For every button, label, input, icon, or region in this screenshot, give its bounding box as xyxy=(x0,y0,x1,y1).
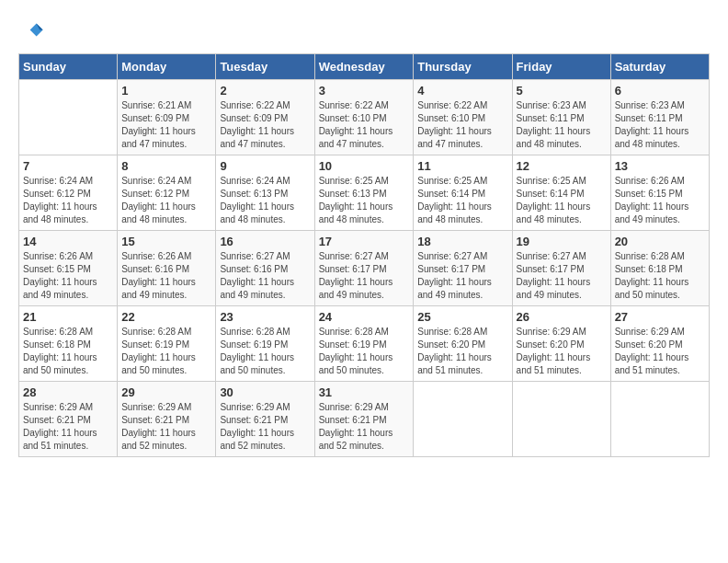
day-number: 9 xyxy=(220,159,310,173)
day-number: 12 xyxy=(517,159,607,173)
day-number: 20 xyxy=(615,235,705,248)
day-number: 7 xyxy=(23,159,113,173)
day-cell: 18Sunrise: 6:27 AM Sunset: 6:17 PM Dayli… xyxy=(414,231,512,306)
day-info: Sunrise: 6:26 AM Sunset: 6:15 PM Dayligh… xyxy=(23,250,113,302)
day-info: Sunrise: 6:29 AM Sunset: 6:20 PM Dayligh… xyxy=(517,326,607,377)
day-info: Sunrise: 6:25 AM Sunset: 6:13 PM Dayligh… xyxy=(319,175,410,226)
day-info: Sunrise: 6:21 AM Sunset: 6:09 PM Dayligh… xyxy=(121,99,211,151)
header-cell-wednesday: Wednesday xyxy=(314,54,414,80)
day-number: 2 xyxy=(220,84,310,98)
day-info: Sunrise: 6:25 AM Sunset: 6:14 PM Dayligh… xyxy=(417,175,507,226)
day-number: 21 xyxy=(23,310,113,324)
day-number: 22 xyxy=(121,310,211,324)
day-cell: 22Sunrise: 6:28 AM Sunset: 6:19 PM Dayli… xyxy=(118,306,216,382)
day-cell: 24Sunrise: 6:28 AM Sunset: 6:19 PM Dayli… xyxy=(314,306,414,382)
day-info: Sunrise: 6:25 AM Sunset: 6:14 PM Dayligh… xyxy=(517,175,607,226)
day-number: 26 xyxy=(517,310,607,324)
day-info: Sunrise: 6:24 AM Sunset: 6:13 PM Dayligh… xyxy=(220,175,310,226)
day-number: 14 xyxy=(23,235,113,248)
day-number: 3 xyxy=(319,84,410,98)
day-cell: 20Sunrise: 6:28 AM Sunset: 6:18 PM Dayli… xyxy=(610,231,709,306)
day-cell: 11Sunrise: 6:25 AM Sunset: 6:14 PM Dayli… xyxy=(414,155,512,231)
header-cell-friday: Friday xyxy=(512,54,610,80)
day-cell xyxy=(19,80,118,155)
day-number: 19 xyxy=(517,235,607,248)
day-number: 5 xyxy=(517,84,607,98)
day-cell: 31Sunrise: 6:29 AM Sunset: 6:21 PM Dayli… xyxy=(314,382,414,457)
week-row-3: 14Sunrise: 6:26 AM Sunset: 6:15 PM Dayli… xyxy=(19,231,710,306)
day-cell: 12Sunrise: 6:25 AM Sunset: 6:14 PM Dayli… xyxy=(512,155,610,231)
header-cell-saturday: Saturday xyxy=(610,54,709,80)
day-cell: 30Sunrise: 6:29 AM Sunset: 6:21 PM Dayli… xyxy=(216,382,314,457)
header-cell-tuesday: Tuesday xyxy=(216,54,314,80)
day-cell: 10Sunrise: 6:25 AM Sunset: 6:13 PM Dayli… xyxy=(314,155,414,231)
day-cell xyxy=(610,382,709,457)
day-info: Sunrise: 6:28 AM Sunset: 6:19 PM Dayligh… xyxy=(220,326,310,377)
day-cell: 15Sunrise: 6:26 AM Sunset: 6:16 PM Dayli… xyxy=(118,231,216,306)
day-info: Sunrise: 6:27 AM Sunset: 6:17 PM Dayligh… xyxy=(417,250,507,302)
header-cell-sunday: Sunday xyxy=(19,54,118,80)
day-number: 17 xyxy=(319,235,410,248)
day-info: Sunrise: 6:27 AM Sunset: 6:17 PM Dayligh… xyxy=(517,250,607,302)
day-number: 25 xyxy=(417,310,507,324)
day-cell: 1Sunrise: 6:21 AM Sunset: 6:09 PM Daylig… xyxy=(118,80,216,155)
calendar-header: SundayMondayTuesdayWednesdayThursdayFrid… xyxy=(19,54,710,80)
day-info: Sunrise: 6:22 AM Sunset: 6:09 PM Dayligh… xyxy=(220,99,310,151)
day-number: 27 xyxy=(615,310,705,324)
day-info: Sunrise: 6:24 AM Sunset: 6:12 PM Dayligh… xyxy=(121,175,211,226)
calendar-body: 1Sunrise: 6:21 AM Sunset: 6:09 PM Daylig… xyxy=(19,80,710,457)
header-cell-thursday: Thursday xyxy=(414,54,512,80)
day-number: 29 xyxy=(121,385,211,399)
day-info: Sunrise: 6:28 AM Sunset: 6:18 PM Dayligh… xyxy=(615,250,705,302)
day-cell: 17Sunrise: 6:27 AM Sunset: 6:17 PM Dayli… xyxy=(314,231,414,306)
day-info: Sunrise: 6:26 AM Sunset: 6:16 PM Dayligh… xyxy=(121,250,211,302)
day-info: Sunrise: 6:29 AM Sunset: 6:21 PM Dayligh… xyxy=(121,401,211,453)
day-cell: 2Sunrise: 6:22 AM Sunset: 6:09 PM Daylig… xyxy=(216,80,314,155)
day-cell: 14Sunrise: 6:26 AM Sunset: 6:15 PM Dayli… xyxy=(19,231,118,306)
day-info: Sunrise: 6:27 AM Sunset: 6:16 PM Dayligh… xyxy=(220,250,310,302)
week-row-2: 7Sunrise: 6:24 AM Sunset: 6:12 PM Daylig… xyxy=(19,155,710,231)
day-number: 31 xyxy=(319,385,410,399)
day-cell: 9Sunrise: 6:24 AM Sunset: 6:13 PM Daylig… xyxy=(216,155,314,231)
day-cell: 28Sunrise: 6:29 AM Sunset: 6:21 PM Dayli… xyxy=(19,382,118,457)
day-info: Sunrise: 6:28 AM Sunset: 6:18 PM Dayligh… xyxy=(23,326,113,377)
day-cell: 25Sunrise: 6:28 AM Sunset: 6:20 PM Dayli… xyxy=(414,306,512,382)
header-row: SundayMondayTuesdayWednesdayThursdayFrid… xyxy=(19,54,710,80)
day-cell: 6Sunrise: 6:23 AM Sunset: 6:11 PM Daylig… xyxy=(610,80,709,155)
day-cell: 26Sunrise: 6:29 AM Sunset: 6:20 PM Dayli… xyxy=(512,306,610,382)
day-cell: 4Sunrise: 6:22 AM Sunset: 6:10 PM Daylig… xyxy=(414,80,512,155)
day-cell: 3Sunrise: 6:22 AM Sunset: 6:10 PM Daylig… xyxy=(314,80,414,155)
logo xyxy=(18,18,48,44)
logo-icon xyxy=(18,18,44,44)
day-number: 4 xyxy=(417,84,507,98)
page-header xyxy=(18,18,710,44)
day-cell: 16Sunrise: 6:27 AM Sunset: 6:16 PM Dayli… xyxy=(216,231,314,306)
day-number: 8 xyxy=(121,159,211,173)
day-info: Sunrise: 6:24 AM Sunset: 6:12 PM Dayligh… xyxy=(23,175,113,226)
day-cell: 21Sunrise: 6:28 AM Sunset: 6:18 PM Dayli… xyxy=(19,306,118,382)
day-info: Sunrise: 6:29 AM Sunset: 6:21 PM Dayligh… xyxy=(319,401,410,453)
day-cell: 27Sunrise: 6:29 AM Sunset: 6:20 PM Dayli… xyxy=(610,306,709,382)
day-info: Sunrise: 6:28 AM Sunset: 6:19 PM Dayligh… xyxy=(319,326,410,377)
header-cell-monday: Monday xyxy=(118,54,216,80)
day-number: 13 xyxy=(615,159,705,173)
day-number: 15 xyxy=(121,235,211,248)
day-info: Sunrise: 6:23 AM Sunset: 6:11 PM Dayligh… xyxy=(615,99,705,151)
week-row-1: 1Sunrise: 6:21 AM Sunset: 6:09 PM Daylig… xyxy=(19,80,710,155)
day-number: 11 xyxy=(417,159,507,173)
day-number: 18 xyxy=(417,235,507,248)
day-info: Sunrise: 6:26 AM Sunset: 6:15 PM Dayligh… xyxy=(615,175,705,226)
day-info: Sunrise: 6:29 AM Sunset: 6:20 PM Dayligh… xyxy=(615,326,705,377)
day-number: 24 xyxy=(319,310,410,324)
day-number: 16 xyxy=(220,235,310,248)
day-cell: 8Sunrise: 6:24 AM Sunset: 6:12 PM Daylig… xyxy=(118,155,216,231)
day-info: Sunrise: 6:29 AM Sunset: 6:21 PM Dayligh… xyxy=(23,401,113,453)
day-number: 6 xyxy=(615,84,705,98)
day-cell: 5Sunrise: 6:23 AM Sunset: 6:11 PM Daylig… xyxy=(512,80,610,155)
day-info: Sunrise: 6:22 AM Sunset: 6:10 PM Dayligh… xyxy=(319,99,410,151)
day-info: Sunrise: 6:28 AM Sunset: 6:20 PM Dayligh… xyxy=(417,326,507,377)
day-cell: 29Sunrise: 6:29 AM Sunset: 6:21 PM Dayli… xyxy=(118,382,216,457)
day-info: Sunrise: 6:23 AM Sunset: 6:11 PM Dayligh… xyxy=(517,99,607,151)
day-number: 1 xyxy=(121,84,211,98)
day-cell: 13Sunrise: 6:26 AM Sunset: 6:15 PM Dayli… xyxy=(610,155,709,231)
